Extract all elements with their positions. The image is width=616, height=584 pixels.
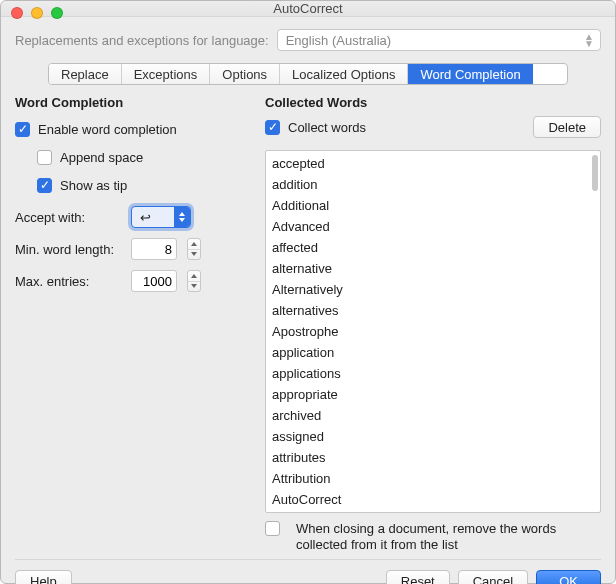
list-item[interactable]: Alternatively: [272, 279, 594, 300]
max-entries-label: Max. entries:: [15, 274, 123, 289]
enable-row: Enable word completion: [15, 118, 247, 140]
show-as-tip-row: Show as tip: [37, 174, 247, 196]
show-as-tip-label: Show as tip: [60, 178, 127, 193]
list-item[interactable]: accepted: [272, 153, 594, 174]
language-label: Replacements and exceptions for language…: [15, 33, 269, 48]
titlebar: AutoCorrect: [1, 1, 615, 17]
collected-words-list[interactable]: acceptedadditionAdditionalAdvancedaffect…: [265, 150, 601, 513]
tab-localized-options[interactable]: Localized Options: [280, 64, 408, 84]
max-entries-row: Max. entries:: [15, 270, 247, 292]
help-button[interactable]: Help: [15, 570, 72, 584]
list-item[interactable]: alternative: [272, 258, 594, 279]
collected-words-header: Collected Words: [265, 95, 367, 110]
zoom-icon[interactable]: [51, 7, 63, 19]
accept-with-row: Accept with: ↩: [15, 206, 247, 228]
delete-button[interactable]: Delete: [533, 116, 601, 138]
language-value: English (Australia): [286, 33, 392, 48]
tab-exceptions[interactable]: Exceptions: [122, 64, 211, 84]
close-icon[interactable]: [11, 7, 23, 19]
min-word-length-stepper[interactable]: [187, 238, 201, 260]
append-space-label: Append space: [60, 150, 143, 165]
closing-note-row: When closing a document, remove the word…: [265, 521, 601, 553]
tab-word-completion[interactable]: Word Completion: [408, 64, 532, 84]
enable-word-completion-checkbox[interactable]: [15, 122, 30, 137]
reset-button[interactable]: Reset: [386, 570, 450, 584]
content-area: Replacements and exceptions for language…: [1, 17, 615, 584]
append-space-checkbox[interactable]: [37, 150, 52, 165]
window-title: AutoCorrect: [1, 1, 615, 16]
chevron-updown-icon: [174, 207, 190, 227]
append-space-row: Append space: [37, 146, 247, 168]
tab-replace[interactable]: Replace: [49, 64, 122, 84]
list-item[interactable]: appropriate: [272, 384, 594, 405]
word-completion-header: Word Completion: [15, 95, 247, 110]
accept-with-select[interactable]: ↩: [131, 206, 191, 228]
max-entries-stepper[interactable]: [187, 270, 201, 292]
list-item[interactable]: applications: [272, 363, 594, 384]
tab-options[interactable]: Options: [210, 64, 280, 84]
list-item[interactable]: alternatives: [272, 300, 594, 321]
tabs: Replace Exceptions Options Localized Opt…: [48, 63, 568, 85]
list-item[interactable]: Attribution: [272, 468, 594, 489]
list-item[interactable]: Additional: [272, 195, 594, 216]
columns: Word Completion Enable word completion A…: [15, 95, 601, 553]
word-completion-group: Word Completion Enable word completion A…: [15, 95, 247, 553]
language-row: Replacements and exceptions for language…: [15, 29, 601, 51]
enable-label: Enable word completion: [38, 122, 177, 137]
closing-note-label: When closing a document, remove the word…: [296, 521, 601, 553]
list-item[interactable]: addition: [272, 174, 594, 195]
autocorrect-dialog: AutoCorrect Replacements and exceptions …: [0, 0, 616, 584]
list-item[interactable]: assigned: [272, 426, 594, 447]
accept-with-label: Accept with:: [15, 210, 123, 225]
scrollbar-thumb[interactable]: [592, 155, 598, 191]
collect-words-checkbox[interactable]: [265, 120, 280, 135]
minimize-icon[interactable]: [31, 7, 43, 19]
window-controls: [11, 7, 63, 19]
chevron-updown-icon: ▲▼: [584, 33, 594, 47]
footer: Help Reset Cancel OK: [15, 559, 601, 584]
list-item[interactable]: Apostrophe: [272, 321, 594, 342]
collected-words-group: Collected Words Collect words Delete acc…: [265, 95, 601, 553]
list-item[interactable]: Advanced: [272, 216, 594, 237]
min-word-length-row: Min. word length:: [15, 238, 247, 260]
list-item[interactable]: affected: [272, 237, 594, 258]
list-item[interactable]: archived: [272, 405, 594, 426]
accept-with-value: ↩: [140, 210, 151, 225]
list-item[interactable]: application: [272, 342, 594, 363]
list-item[interactable]: AutoCorrect: [272, 489, 594, 510]
cancel-button[interactable]: Cancel: [458, 570, 528, 584]
list-item[interactable]: attributes: [272, 447, 594, 468]
show-as-tip-checkbox[interactable]: [37, 178, 52, 193]
min-word-length-label: Min. word length:: [15, 242, 123, 257]
min-word-length-input[interactable]: [131, 238, 177, 260]
ok-button[interactable]: OK: [536, 570, 601, 584]
language-select[interactable]: English (Australia) ▲▼: [277, 29, 601, 51]
max-entries-input[interactable]: [131, 270, 177, 292]
remove-on-close-checkbox[interactable]: [265, 521, 280, 536]
collect-words-label: Collect words: [288, 120, 366, 135]
